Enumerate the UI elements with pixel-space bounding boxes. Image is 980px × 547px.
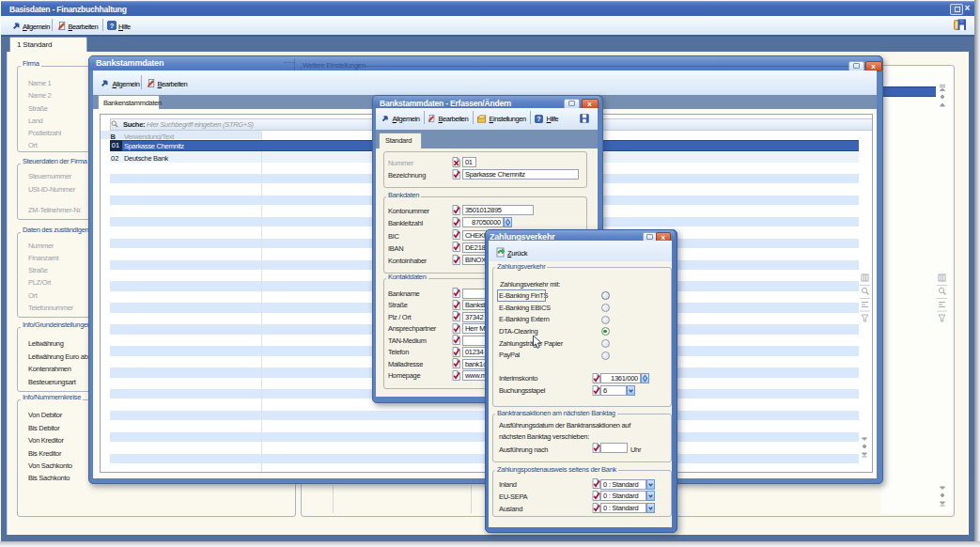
svg-text:?: ?	[537, 116, 540, 123]
svg-text:?: ?	[110, 22, 115, 30]
